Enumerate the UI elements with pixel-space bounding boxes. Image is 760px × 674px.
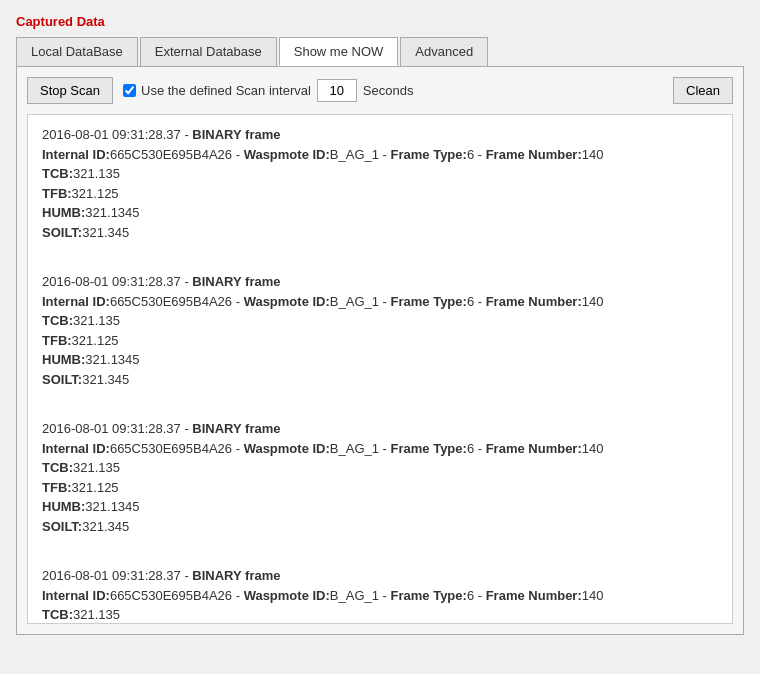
timestamp-line: 2016-08-01 09:31:28.37 - BINARY frame	[42, 125, 718, 145]
stop-scan-button[interactable]: Stop Scan	[27, 77, 113, 104]
tcb-line: TCB:321.135	[42, 164, 718, 184]
tfb-line: TFB:321.125	[42, 184, 718, 204]
data-entry: 2016-08-01 09:31:28.37 - BINARY frame In…	[42, 125, 718, 242]
id-line: Internal ID:665C530E695B4A26 - Waspmote …	[42, 145, 718, 165]
id-line: Internal ID:665C530E695B4A26 - Waspmote …	[42, 292, 718, 312]
page-wrapper: Captured Data Local DataBase External Da…	[8, 8, 752, 641]
soilt-line: SOILT:321.345	[42, 517, 718, 537]
timestamp-line: 2016-08-01 09:31:28.37 - BINARY frame	[42, 566, 718, 586]
tcb-line: TCB:321.135	[42, 311, 718, 331]
seconds-label: Seconds	[363, 83, 414, 98]
data-display[interactable]: 2016-08-01 09:31:28.37 - BINARY frame In…	[27, 114, 733, 624]
scan-interval-checkbox[interactable]	[123, 84, 136, 97]
tcb-line: TCB:321.135	[42, 458, 718, 478]
id-line: Internal ID:665C530E695B4A26 - Waspmote …	[42, 586, 718, 606]
data-entry: 2016-08-01 09:31:28.37 - BINARY frame In…	[42, 272, 718, 389]
tab-advanced[interactable]: Advanced	[400, 37, 488, 66]
tab-show-me-now[interactable]: Show me NOW	[279, 37, 399, 66]
soilt-line: SOILT:321.345	[42, 370, 718, 390]
data-entry: 2016-08-01 09:31:28.37 - BINARY frame In…	[42, 419, 718, 536]
tcb-line: TCB:321.135	[42, 605, 718, 624]
tfb-line: TFB:321.125	[42, 478, 718, 498]
humb-line: HUMB:321.1345	[42, 497, 718, 517]
humb-line: HUMB:321.1345	[42, 203, 718, 223]
captured-data-title: Captured Data	[16, 14, 744, 29]
timestamp-line: 2016-08-01 09:31:28.37 - BINARY frame	[42, 419, 718, 439]
soilt-line: SOILT:321.345	[42, 223, 718, 243]
humb-line: HUMB:321.1345	[42, 350, 718, 370]
timestamp-line: 2016-08-01 09:31:28.37 - BINARY frame	[42, 272, 718, 292]
tfb-line: TFB:321.125	[42, 331, 718, 351]
tab-external-database[interactable]: External Database	[140, 37, 277, 66]
interval-input[interactable]	[317, 79, 357, 102]
toolbar: Stop Scan Use the defined Scan interval …	[27, 77, 733, 104]
tab-local-database[interactable]: Local DataBase	[16, 37, 138, 66]
clean-button[interactable]: Clean	[673, 77, 733, 104]
scan-interval-label: Use the defined Scan interval	[123, 83, 311, 98]
id-line: Internal ID:665C530E695B4A26 - Waspmote …	[42, 439, 718, 459]
main-panel: Stop Scan Use the defined Scan interval …	[16, 67, 744, 635]
tabs-row: Local DataBase External Database Show me…	[16, 37, 744, 67]
data-entry: 2016-08-01 09:31:28.37 - BINARY frame In…	[42, 566, 718, 624]
